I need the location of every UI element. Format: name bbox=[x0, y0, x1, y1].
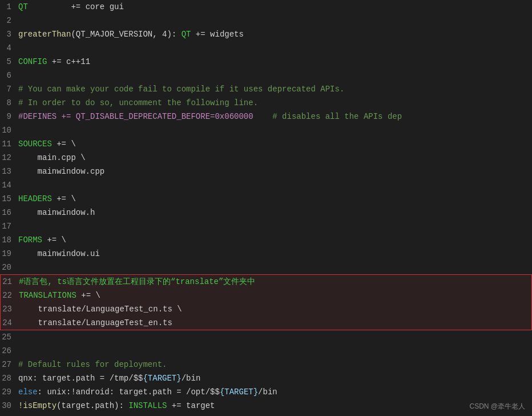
code-line: 5CONFIG += c++11 bbox=[0, 55, 532, 69]
line-content: # Default rules for deployment. bbox=[18, 358, 532, 371]
code-line: 7# You can make your code fail to compil… bbox=[0, 82, 532, 96]
line-number: 14 bbox=[0, 178, 18, 192]
line-number: 20 bbox=[0, 261, 18, 274]
code-line: 20 bbox=[0, 261, 532, 274]
line-number: 2 bbox=[0, 14, 18, 27]
code-line: 22TRANSLATIONS += \ bbox=[1, 289, 531, 302]
highlighted-block: 21#语言包, ts语言文件放置在工程目录下的“translate”文件夹中22… bbox=[0, 274, 532, 330]
line-content: CONFIG += c++11 bbox=[18, 55, 532, 69]
line-content bbox=[18, 178, 532, 192]
line-number: 24 bbox=[1, 316, 19, 330]
line-content: main.cpp \ bbox=[18, 151, 532, 165]
code-line: 11SOURCES += \ bbox=[0, 137, 532, 151]
line-content: # You can make your code fail to compile… bbox=[18, 82, 532, 96]
code-line: 1QT += core gui bbox=[0, 0, 532, 14]
code-line: 10 bbox=[0, 123, 532, 137]
code-line: 18FORMS += \ bbox=[0, 233, 532, 247]
line-number: 23 bbox=[1, 302, 19, 316]
line-number: 19 bbox=[0, 247, 18, 261]
code-line: 9#DEFINES += QT_DISABLE_DEPRECATED_BEFOR… bbox=[0, 110, 532, 123]
line-content: QT += core gui bbox=[18, 0, 532, 14]
line-content bbox=[18, 413, 532, 416]
code-line: 13 mainwindow.cpp bbox=[0, 165, 532, 178]
line-number: 9 bbox=[0, 110, 18, 123]
line-number: 17 bbox=[0, 219, 18, 233]
code-line: 15HEADERS += \ bbox=[0, 192, 532, 206]
line-content: mainwindow.cpp bbox=[18, 165, 532, 178]
line-number: 18 bbox=[0, 233, 18, 247]
line-number: 27 bbox=[0, 358, 18, 371]
line-number: 4 bbox=[0, 41, 18, 55]
line-number: 6 bbox=[0, 69, 18, 82]
line-number: 10 bbox=[0, 123, 18, 137]
code-line: 26 bbox=[0, 344, 532, 358]
line-content: mainwindow.h bbox=[18, 206, 532, 219]
line-number: 28 bbox=[0, 371, 18, 385]
line-number: 15 bbox=[0, 192, 18, 206]
line-content bbox=[18, 219, 532, 233]
line-number: 22 bbox=[1, 289, 19, 302]
code-line: 16 mainwindow.h bbox=[0, 206, 532, 219]
code-line: 31 bbox=[0, 413, 532, 416]
code-line: 21#语言包, ts语言文件放置在工程目录下的“translate”文件夹中 bbox=[1, 275, 531, 289]
line-content: #语言包, ts语言文件放置在工程目录下的“translate”文件夹中 bbox=[19, 275, 531, 289]
line-number: 11 bbox=[0, 137, 18, 151]
line-number: 31 bbox=[0, 413, 18, 416]
code-line: 6 bbox=[0, 69, 532, 82]
code-line: 29else: unix:!android: target.path = /op… bbox=[0, 385, 532, 399]
line-number: 5 bbox=[0, 55, 18, 69]
line-number: 16 bbox=[0, 206, 18, 219]
line-content: translate/LanguageTest_en.ts bbox=[19, 316, 531, 330]
line-content bbox=[18, 261, 532, 274]
line-content bbox=[18, 344, 532, 358]
line-content: TRANSLATIONS += \ bbox=[19, 289, 531, 302]
line-content: mainwindow.ui bbox=[18, 247, 532, 261]
line-content: #DEFINES += QT_DISABLE_DEPRECATED_BEFORE… bbox=[18, 110, 532, 123]
line-number: 25 bbox=[0, 330, 18, 344]
code-line: 28qnx: target.path = /tmp/$${TARGET}/bin bbox=[0, 371, 532, 385]
code-line: 24 translate/LanguageTest_en.ts bbox=[1, 316, 531, 330]
code-line: 4 bbox=[0, 41, 532, 55]
line-number: 1 bbox=[0, 0, 18, 14]
code-line: 23 translate/LanguageTest_cn.ts \ bbox=[1, 302, 531, 316]
code-line: 27# Default rules for deployment. bbox=[0, 358, 532, 371]
line-content: HEADERS += \ bbox=[18, 192, 532, 206]
code-line: 12 main.cpp \ bbox=[0, 151, 532, 165]
line-content: translate/LanguageTest_cn.ts \ bbox=[19, 302, 531, 316]
line-content bbox=[18, 330, 532, 344]
line-number: 3 bbox=[0, 27, 18, 41]
line-content: SOURCES += \ bbox=[18, 137, 532, 151]
line-number: 12 bbox=[0, 151, 18, 165]
code-line: 3greaterThan(QT_MAJOR_VERSION, 4): QT +=… bbox=[0, 27, 532, 41]
line-content bbox=[18, 14, 532, 27]
code-line: 25 bbox=[0, 330, 532, 344]
line-content bbox=[18, 41, 532, 55]
code-line: 17 bbox=[0, 219, 532, 233]
line-number: 26 bbox=[0, 344, 18, 358]
line-number: 7 bbox=[0, 82, 18, 96]
line-content bbox=[18, 69, 532, 82]
watermark: CSDN @牵牛老人 bbox=[469, 402, 525, 411]
line-content: FORMS += \ bbox=[18, 233, 532, 247]
line-content: qnx: target.path = /tmp/$${TARGET}/bin bbox=[18, 371, 532, 385]
code-line: 19 mainwindow.ui bbox=[0, 247, 532, 261]
line-content: else: unix:!android: target.path = /opt/… bbox=[18, 385, 532, 399]
code-line: 2 bbox=[0, 14, 532, 27]
line-number: 21 bbox=[1, 275, 19, 289]
line-number: 13 bbox=[0, 165, 18, 178]
code-editor: 1QT += core gui2 3greaterThan(QT_MAJOR_V… bbox=[0, 0, 532, 416]
line-content bbox=[18, 123, 532, 137]
line-content: greaterThan(QT_MAJOR_VERSION, 4): QT += … bbox=[18, 27, 532, 41]
line-number: 8 bbox=[0, 96, 18, 110]
code-line: 14 bbox=[0, 178, 532, 192]
line-content: # In order to do so, uncomment the follo… bbox=[18, 96, 532, 110]
code-line: 30!isEmpty(target.path): INSTALLS += tar… bbox=[0, 399, 532, 413]
line-number: 30 bbox=[0, 399, 18, 413]
code-line: 8# In order to do so, uncomment the foll… bbox=[0, 96, 532, 110]
line-number: 29 bbox=[0, 385, 18, 399]
line-content: !isEmpty(target.path): INSTALLS += targe… bbox=[18, 399, 532, 413]
